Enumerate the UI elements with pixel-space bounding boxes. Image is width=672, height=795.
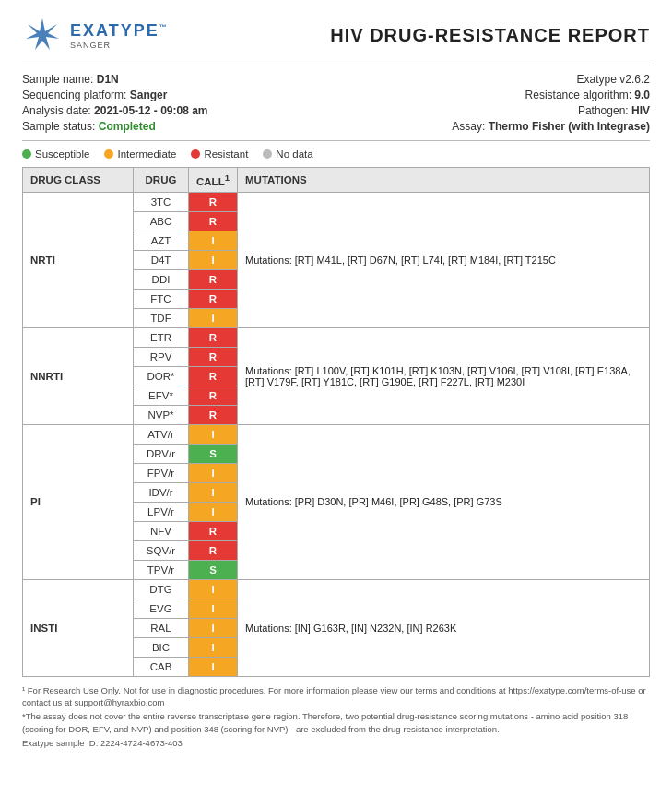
call-cell: R [189, 347, 238, 366]
drug-class-cell: NRTI [23, 192, 134, 327]
drug-name-cell: EVG [134, 599, 189, 618]
resistant-dot [191, 149, 200, 159]
meta-section: Sample name: D1N Sequencing platform: Sa… [22, 73, 650, 133]
drug-name-cell: TPV/r [134, 560, 189, 579]
footnote-item: Exatype sample ID: 2224-4724-4673-403 [22, 737, 650, 749]
assay: Assay: Thermo Fisher (with Integrase) [452, 120, 650, 133]
call-cell: R [189, 269, 238, 289]
meta-divider [22, 140, 650, 141]
sequencing-platform-value: Sanger [130, 89, 168, 101]
page-header: EXATYPE™ SANGER HIV DRUG-RESISTANCE REPO… [22, 15, 650, 55]
drug-name-cell: CAB [134, 657, 189, 676]
drug-name-cell: DOR* [134, 366, 189, 386]
drug-class-cell: NNRTI [23, 327, 134, 424]
call-cell: I [189, 579, 238, 599]
sample-status: Sample status: Completed [22, 120, 208, 133]
susceptible-dot [22, 149, 31, 159]
mutations-cell: Mutations: [RT] L100V, [RT] K101H, [RT] … [238, 327, 650, 424]
logo-name: EXATYPE™ [70, 21, 169, 41]
col-call: CALL1 [189, 168, 238, 193]
footnotes: ¹ For Research Use Only. Not for use in … [22, 684, 650, 749]
sample-name-value: D1N [97, 73, 119, 86]
logo-text: EXATYPE™ SANGER [70, 21, 169, 50]
drug-name-cell: EFV* [134, 386, 189, 405]
call-cell: I [189, 502, 238, 521]
call-cell: I [189, 599, 238, 618]
intermediate-dot [104, 149, 113, 159]
call-cell: R [189, 405, 238, 424]
call-cell: S [189, 560, 238, 579]
sample-name: Sample name: D1N [22, 73, 208, 86]
drug-name-cell: ABC [134, 211, 189, 231]
col-mutations: MUTATIONS [238, 168, 650, 193]
no-data-label: No data [276, 148, 312, 160]
call-cell: I [189, 618, 238, 637]
analysis-time-value: 09:08 am [160, 104, 207, 117]
susceptible-label: Susceptible [35, 148, 89, 160]
call-cell: R [189, 327, 238, 347]
col-drug-class: DRUG CLASS [23, 168, 134, 193]
call-cell: I [189, 463, 238, 482]
call-cell: I [189, 657, 238, 676]
meta-right: Exatype v2.6.2 Resistance algorithm: 9.0… [452, 73, 650, 133]
svg-marker-0 [26, 18, 59, 50]
legend-susceptible: Susceptible [22, 148, 89, 160]
sample-status-value: Completed [99, 120, 156, 133]
no-data-dot [263, 149, 272, 159]
drug-name-cell: IDV/r [134, 482, 189, 502]
table-header-row: DRUG CLASS DRUG CALL1 MUTATIONS [23, 168, 650, 193]
header-divider [22, 65, 650, 65]
call-cell: I [189, 250, 238, 269]
pathogen: Pathogen: HIV [452, 104, 650, 117]
call-cell: R [189, 386, 238, 405]
main-table: DRUG CLASS DRUG CALL1 MUTATIONS NRTI3TCR… [22, 167, 650, 677]
col-drug: DRUG [134, 168, 189, 193]
resistant-label: Resistant [204, 148, 248, 160]
mutations-cell: Mutations: [PR] D30N, [PR] M46I, [PR] G4… [238, 424, 650, 579]
drug-name-cell: TDF [134, 308, 189, 327]
call-cell: I [189, 308, 238, 327]
meta-left: Sample name: D1N Sequencing platform: Sa… [22, 73, 208, 133]
intermediate-label: Intermediate [117, 148, 176, 160]
table-row: NNRTIETRRMutations: [RT] L100V, [RT] K10… [23, 327, 650, 347]
drug-name-cell: AZT [134, 231, 189, 250]
resistance-algorithm: Resistance algorithm: 9.0 [452, 89, 650, 101]
exatype-version: Exatype v2.6.2 [452, 73, 650, 86]
drug-class-cell: INSTI [23, 579, 134, 676]
report-title: HIV DRUG-RESISTANCE REPORT [330, 25, 650, 46]
analysis-date: Analysis date: 2021-05-12 - 09:08 am [22, 104, 208, 117]
drug-name-cell: BIC [134, 637, 189, 657]
legend-no-data: No data [263, 148, 312, 160]
legend-intermediate: Intermediate [104, 148, 176, 160]
table-row: INSTIDTGIMutations: [IN] G163R, [IN] N23… [23, 579, 650, 599]
drug-name-cell: FTC [134, 289, 189, 308]
drug-class-cell: PI [23, 424, 134, 579]
call-cell: R [189, 366, 238, 386]
drug-name-cell: RPV [134, 347, 189, 366]
logo-name-text: EXATYPE [70, 21, 159, 40]
logo-area: EXATYPE™ SANGER [22, 15, 169, 55]
drug-name-cell: 3TC [134, 192, 189, 211]
sequencing-platform: Sequencing platform: Sanger [22, 89, 208, 101]
footnote-item: ¹ For Research Use Only. Not for use in … [22, 684, 650, 709]
drug-name-cell: ATV/r [134, 424, 189, 444]
logo-sub: SANGER [70, 41, 169, 50]
logo-icon [22, 15, 63, 55]
table-row: NRTI3TCRMutations: [RT] M41L, [RT] D67N,… [23, 192, 650, 211]
table-row: PIATV/rIMutations: [PR] D30N, [PR] M46I,… [23, 424, 650, 444]
drug-name-cell: DTG [134, 579, 189, 599]
call-cell: S [189, 444, 238, 463]
drug-name-cell: NVP* [134, 405, 189, 424]
drug-name-cell: LPV/r [134, 502, 189, 521]
mutations-cell: Mutations: [IN] G163R, [IN] N232N, [IN] … [238, 579, 650, 676]
call-cell: R [189, 540, 238, 560]
call-cell: I [189, 482, 238, 502]
mutations-cell: Mutations: [RT] M41L, [RT] D67N, [RT] L7… [238, 192, 650, 327]
legend-resistant: Resistant [191, 148, 248, 160]
drug-name-cell: FPV/r [134, 463, 189, 482]
analysis-date-value: 2021-05-12 [94, 104, 150, 117]
drug-name-cell: ETR [134, 327, 189, 347]
call-cell: R [189, 289, 238, 308]
call-cell: I [189, 637, 238, 657]
call-cell: I [189, 424, 238, 444]
